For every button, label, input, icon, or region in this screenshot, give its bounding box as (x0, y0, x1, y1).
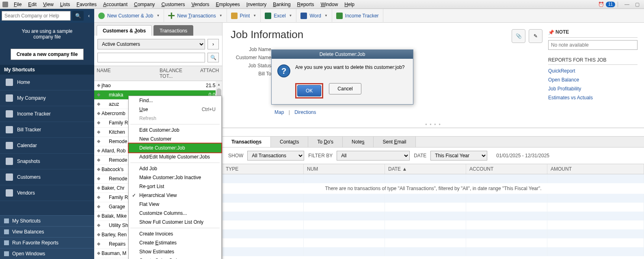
menu-vendors[interactable]: Vendors (188, 1, 212, 8)
ctx-est[interactable]: Create Estimates (129, 238, 221, 247)
bottom-nav-open-windows[interactable]: Open Windows (0, 248, 94, 259)
scroll-up-icon[interactable]: ▲ (216, 81, 222, 88)
cancel-button[interactable]: Cancel (329, 83, 361, 94)
tx-tab-notes[interactable]: Notes (343, 137, 374, 147)
paperclip-icon: 📎 (516, 33, 522, 39)
map-link[interactable]: Map (274, 109, 284, 115)
print-button[interactable]: Print▼ (227, 9, 261, 23)
menu-accountant[interactable]: Accountant (100, 1, 131, 8)
report-link-estimates-vs-actuals[interactable]: Estimates vs Actuals (548, 95, 638, 101)
bottom-nav-my-shortcuts[interactable]: My Shortcuts (0, 215, 94, 226)
expand-button[interactable]: › (207, 39, 219, 49)
sidebar-item-home[interactable]: Home (0, 75, 94, 90)
show-select[interactable]: All Transactions (247, 151, 304, 161)
menu-file[interactable]: File (11, 1, 25, 8)
customer-search-input[interactable] (97, 53, 205, 62)
tx-tab-contacts[interactable]: Contacts (271, 137, 308, 147)
new-customer-button[interactable]: New Customer & Job▼ (94, 9, 164, 23)
ctx-shest[interactable]: Show Estimates (129, 247, 221, 256)
menu-help[interactable]: Help (341, 1, 358, 8)
report-link-open-balance[interactable]: Open Balance (548, 77, 638, 83)
maximize-icon[interactable]: ▢ (635, 2, 642, 7)
search-button[interactable]: 🔍 (72, 11, 84, 21)
ctx-use[interactable]: UseCtrl+U (129, 105, 221, 114)
date-select[interactable]: This Fiscal Year (430, 151, 487, 161)
customer-filter-select[interactable]: Active Customers (97, 39, 205, 49)
ctx-refresh: Refresh (129, 114, 221, 123)
ctx-edit[interactable]: Edit Customer:Job (129, 126, 221, 135)
ctx-so[interactable]: Create Sales Orders (129, 256, 221, 259)
tx-tab-to-do-s[interactable]: To Do's (308, 137, 343, 147)
note-input[interactable] (548, 40, 638, 50)
create-company-button[interactable]: Create a new company file (11, 49, 84, 60)
income-tracker-button[interactable]: Income Tracker (332, 9, 383, 23)
ctx-newc[interactable]: New Customer (129, 135, 221, 143)
diamond-icon (97, 103, 100, 106)
menu-reports[interactable]: Reports (294, 1, 318, 8)
transactions-grid-body: There are no transactions of type "All T… (223, 174, 644, 256)
menu-edit[interactable]: Edit (25, 1, 40, 8)
collapse-sidebar-button[interactable]: ‹ (85, 11, 93, 21)
tab-customers-jobs[interactable]: Customers & Jobs (97, 25, 152, 36)
menu-lists[interactable]: Lists (57, 1, 73, 8)
menu-favorites[interactable]: Favorites (73, 1, 100, 8)
ctx-flat[interactable]: Flat View (129, 200, 221, 209)
ctx-inv[interactable]: Create Invoices (129, 229, 221, 238)
customer-row[interactable]: jhao21.55 (94, 81, 222, 90)
menu-window[interactable]: Window (318, 1, 341, 8)
sidebar-item-my-company[interactable]: My Company (0, 90, 94, 106)
directions-link[interactable]: Directions (294, 109, 316, 115)
pin-icon: 📌 (548, 30, 553, 34)
sidebar-item-snapshots[interactable]: Snapshots (0, 154, 94, 169)
col-account[interactable]: ACCOUNT (466, 164, 547, 174)
attach-button[interactable]: 📎 (512, 29, 525, 43)
ok-button[interactable]: OK (297, 85, 321, 96)
ctx-multi[interactable]: Add/Edit Multiple Customer:Jobs (129, 152, 221, 161)
search-input[interactable] (2, 11, 71, 21)
ctx-full[interactable]: Show Full Customer List Only (129, 218, 221, 227)
tab-transactions[interactable]: Transactions (153, 25, 193, 36)
tx-tab-transactions[interactable]: Transactions (223, 137, 271, 147)
ctx-inactive[interactable]: Make Customer:Job Inactive (129, 173, 221, 182)
edit-button[interactable]: ✎ (529, 29, 542, 43)
sidebar-item-bill-tracker[interactable]: Bill Tracker (0, 122, 94, 138)
menu-banking[interactable]: Banking (270, 1, 294, 8)
ctx-cols[interactable]: Customize Columns... (129, 209, 221, 218)
ctx-resort[interactable]: Re-sort List (129, 182, 221, 191)
col-num[interactable]: NUM (304, 164, 385, 174)
splitter-handle[interactable]: ● ● ● ● (425, 122, 441, 126)
reminders-badge[interactable]: ⏰ 11 (598, 2, 615, 7)
sidebar-item-vendors[interactable]: Vendors (0, 185, 94, 201)
sidebar-item-customers[interactable]: Customers (0, 169, 94, 185)
pencil-icon: ✎ (534, 33, 538, 39)
customer-search-button[interactable]: 🔍 (207, 53, 219, 62)
ctx-addjob[interactable]: Add Job (129, 164, 221, 173)
filter-select[interactable]: All (337, 151, 410, 161)
bottom-nav-view-balances[interactable]: View Balances (0, 226, 94, 237)
diamond-icon (97, 242, 100, 246)
report-link-job-profitability[interactable]: Job Profitability (548, 86, 638, 92)
minimize-icon[interactable]: — (625, 2, 631, 7)
clock-icon: ⏰ (598, 2, 604, 7)
menu-employees[interactable]: Employees (212, 1, 243, 8)
word-icon (300, 13, 307, 19)
excel-button[interactable]: Excel▼ (261, 9, 296, 23)
menu-view[interactable]: View (40, 1, 57, 8)
diamond-icon (97, 93, 100, 96)
word-button[interactable]: Word▼ (296, 9, 332, 23)
menu-customers[interactable]: Customers (158, 1, 188, 8)
report-link-quickreport[interactable]: QuickReport (548, 68, 638, 74)
ctx-del[interactable]: Delete Customer:Job (129, 143, 221, 152)
col-amount[interactable]: AMOUNT (547, 164, 644, 174)
new-transactions-button[interactable]: New Transactions▼ (164, 9, 227, 23)
col-type[interactable]: TYPE (223, 164, 304, 174)
col-date-[interactable]: DATE ▲ (385, 164, 466, 174)
menu-inventory[interactable]: Inventory (243, 1, 270, 8)
ctx-find[interactable]: Find... (129, 96, 221, 105)
sidebar-item-calendar[interactable]: Calendar (0, 138, 94, 154)
bottom-nav-run-favorite-reports[interactable]: Run Favorite Reports (0, 237, 94, 248)
sidebar-item-income-tracker[interactable]: Income Tracker (0, 106, 94, 122)
tx-tab-sent-email[interactable]: Sent Email (374, 137, 415, 147)
ctx-hier[interactable]: ✓Hierarchical View (129, 191, 221, 200)
menu-company[interactable]: Company (131, 1, 158, 8)
